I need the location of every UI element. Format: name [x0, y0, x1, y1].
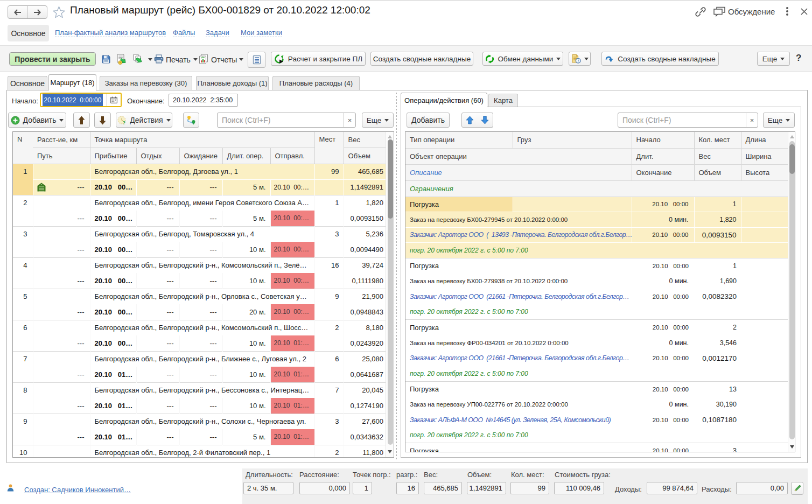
svg-text:?: ?: [123, 120, 126, 125]
